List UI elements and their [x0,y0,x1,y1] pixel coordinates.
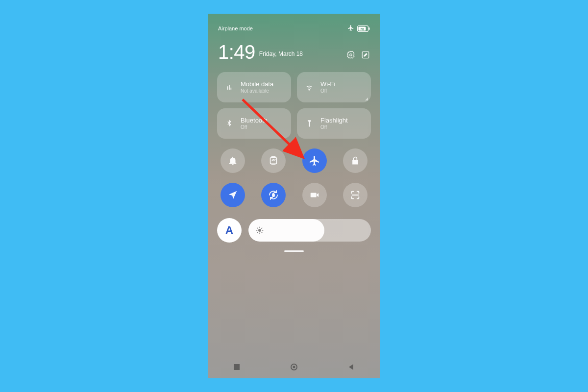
scan-icon [350,190,361,200]
phone-screen: Airplane mode 78 1:49 Friday, March 18 [208,14,380,378]
clock-time: 1:49 [218,41,255,63]
wifi-icon [304,82,315,92]
rotate-lock-icon [268,189,279,201]
bluetooth-icon [224,119,235,128]
mobile-data-title: Mobile data [241,81,273,88]
flashlight-sub: Off [320,124,348,130]
navigation-bar [208,356,380,378]
nav-recents-button[interactable] [232,363,241,371]
svg-text:78: 78 [360,27,364,30]
quick-tiles: Mobile data Not available Wi-Fi Off Blue… [208,63,380,139]
location-arrow-icon [227,190,238,200]
nav-home-button[interactable] [290,363,298,371]
airplane-status-icon [347,24,354,32]
mobile-data-icon [224,82,235,92]
lock-toggle[interactable] [343,148,368,173]
settings-icon[interactable] [346,50,355,61]
mobile-data-sub: Not available [241,88,273,94]
svg-rect-7 [272,194,274,196]
airplane-mode-toggle[interactable] [302,148,327,173]
wifi-title: Wi-Fi [320,81,335,88]
location-toggle[interactable] [220,183,245,207]
wifi-sub: Off [320,88,335,94]
battery-icon: 78 [357,25,370,32]
wifi-tile[interactable]: Wi-Fi Off [297,72,371,102]
svg-point-4 [350,54,352,56]
bluetooth-title: Bluetooth [241,117,268,124]
bluetooth-tile[interactable]: Bluetooth Off [217,108,291,139]
svg-marker-14 [349,364,353,370]
status-mode-label: Airplane mode [218,25,253,31]
bell-icon [227,155,238,166]
auto-brightness-toggle[interactable]: A [217,218,242,243]
edit-icon[interactable] [361,50,370,61]
bluetooth-sub: Off [241,124,268,130]
brightness-slider[interactable] [248,219,371,242]
flashlight-tile[interactable]: Flashlight Off [297,108,371,139]
lock-icon [350,156,360,166]
mobile-data-tile[interactable]: Mobile data Not available [217,72,291,102]
brightness-icon [255,226,264,235]
toggle-grid [208,139,380,207]
screenshot-icon [268,155,279,166]
autorotate-toggle[interactable] [261,183,286,207]
screenrecord-toggle[interactable] [302,183,327,207]
brightness-row: A [208,207,380,243]
flashlight-title: Flashlight [320,117,348,124]
clock-date: Friday, March 18 [259,50,303,57]
video-camera-icon [309,190,320,200]
auto-brightness-label: A [225,224,233,237]
svg-point-8 [258,229,261,232]
svg-point-13 [293,366,295,368]
expand-corner-icon [365,98,368,100]
scanner-toggle[interactable] [343,183,368,207]
nav-back-button[interactable] [347,363,356,371]
panel-drag-handle[interactable] [284,250,304,252]
svg-rect-1 [369,27,370,30]
airplane-icon [309,155,320,167]
notifications-toggle[interactable] [220,148,245,173]
svg-rect-11 [234,364,240,370]
svg-rect-6 [270,158,277,164]
status-bar: Airplane mode 78 [208,14,380,32]
screenshot-toggle[interactable] [261,148,286,173]
flashlight-icon [304,119,315,128]
header-row: 1:49 Friday, March 18 [208,32,380,63]
